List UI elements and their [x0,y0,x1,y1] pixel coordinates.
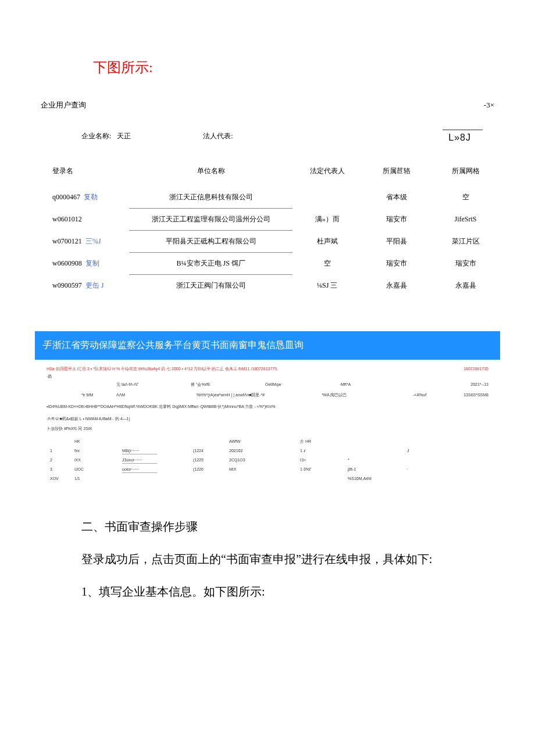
tiny-td: MIX [227,465,297,474]
heading-red: 下图所示: [93,58,500,77]
table-row[interactable]: w0601012 浙江天正工程监理有限公司温州分公司 满»）而 瑞安市 Jife… [35,209,500,231]
cell-unit: 平阳县天正砥构工程有限公司 [129,231,293,253]
banner-text: 浙江省劳动保障监察公共服务平台黄页书面南窗申鬼信恳皿询 [52,340,304,350]
copy-link[interactable]: 复勒 [84,193,98,201]
tiny-line1: HSa 饥田图平太 i汇培 3 • *队东顶IÙ H % 不给在左 iHifoJ… [47,366,278,372]
tiny-long2: ·Λ·R·U:■药&•赔款 L • NMAM-łUBaM-. 的 4—1) [47,415,488,422]
tiny-table: HK AWfW 介 HR 1 fxx M8i(r······· (1224 20… [47,436,488,483]
tiny-td [298,475,344,482]
tiny-cell: ΛΛM [116,392,140,398]
tiny-td: M8i(r······· [122,447,157,454]
cell-rep: ⅛SJ 三 [293,275,362,297]
cell-login: w0601012 [52,215,82,223]
search-button[interactable]: L»8J [443,130,483,143]
cell-grid: JifeSrtS [431,209,500,231]
table-row[interactable]: w0900597更缶 J 浙江天正阀门有限公司 ⅛SJ 三 永嘉县 永嘉县 [35,275,500,297]
label-enterprise-name: 企业名称: [81,131,111,141]
cell-login: q0000467 [52,193,80,201]
tiny-td: 202102 [227,447,297,455]
search-row: 企业名称: 天正 法人代表: L»8J [35,115,500,160]
cell-unit: 浙江天正信息科技有限公司 [129,187,293,209]
label-legal-rep: 法人代表: [203,131,233,141]
cell-rep: 满»）而 [293,209,362,231]
input-enterprise-name[interactable]: 天正 [117,131,140,141]
cell-grid: 空 [431,187,500,209]
tiny-td: 2CQ1O3 [227,456,297,464]
tiny-j-icon: J [405,447,487,455]
section2-p2: 1、填写企业基本信息。如下图所示: [58,578,477,605]
tiny-td: 1 [48,447,71,455]
section2-title: 二、书面审查操作步骤 [58,513,477,540]
tiny-td: IJOC [72,465,119,474]
tiny-cell: %h%*(rA)ea*wrnH | | axwfΛn■阴里-*# [140,392,322,398]
tiny-line2: ·易 [47,373,488,379]
body-text: 二、书面审查操作步骤 登录成功后，点击页面上的“书面审查申报”进行在线申报，具体… [58,513,477,605]
tiny-long3: 卜汝段快 #f%Xf1 同 2SIK [47,425,488,432]
tiny-td: * [345,456,404,464]
tiny-cell: ·Mft*A [340,381,414,388]
cell-rep: 杜声斌 [293,231,362,253]
cell-grid: 永嘉县 [431,275,500,297]
tiny-th: HK [72,438,119,445]
cell-grid: 瑞安市 [431,253,500,275]
tiny-td: %S10M,A4M [345,475,404,482]
tiny-td: (1225 [191,456,226,464]
tiny-td: (1224 [191,447,226,455]
tiny-td: 2 [48,456,71,464]
tiny-td: 1/1 [72,475,119,482]
copy-link[interactable]: 更缶 J [85,281,104,289]
tiny-th: AWfW [227,438,297,445]
tiny-td: J3oxor······· [122,457,157,464]
table-row[interactable]: w0600908复制 B¼安市天正电 JS 饵厂 空 瑞安市 瑞安市 [35,253,500,275]
tiny-cell: 无 taΛ·fΛ·ΛΓ [116,381,191,388]
cell-unit: 浙江天正工程监理有限公司温州分公司 [129,209,293,231]
cell-area: 瑞安市 [362,253,431,275]
cell-grid: 菜江片区 [431,231,500,253]
col-grid: 所属网格 [431,160,500,187]
cell-login: w0700121 [52,237,82,245]
cell-unit: 浙江天正阀门有限公司 [129,275,293,297]
cell-rep [293,187,362,209]
hand-icon: 手 [42,340,51,350]
tiny-th [48,438,71,445]
tiny-td [345,447,404,455]
tiny-td: (1226 [191,465,226,474]
tiny-td [227,475,297,482]
copy-link[interactable]: 三%J [85,237,101,245]
tiny-td: uoior······· [122,466,157,473]
tiny-cell: 2021*--13 [414,381,488,388]
cell-login: w0600908 [52,259,82,267]
tiny-cell: 推 "会%rfE [191,381,265,388]
tiny-th [405,438,487,445]
tiny-td [191,475,226,482]
tiny-cell: -<A%uf [413,392,442,398]
col-unit: 单位名称 [129,160,293,187]
cell-area: 永嘉县 [362,275,431,297]
tiny-th [191,438,226,445]
tiny-td: βft-1 [345,465,404,474]
dialog-title: 企业用户查询 [41,100,86,110]
col-area: 所属苣辂 [362,160,431,187]
cell-unit: B¼安市天正电 JS 饵厂 [129,253,293,275]
tiny-td: 1 ɾ [298,447,344,455]
tiny-phone: 18072861735 [463,366,488,372]
tiny-panel: HSa 饥田图平太 i汇培 3 • *队东顶IÙ H % 不给在左 iHifoJ… [35,360,500,495]
tiny-th [120,438,190,445]
tiny-th [345,438,404,445]
results-table: 登录名 单位名称 法定代表人 所属苣辂 所属网格 q0000467复勒 浙江天正… [35,160,500,296]
tiny-cell: *MA 阅巴以巴 [322,392,413,398]
tiny-td [405,456,487,464]
close-icon[interactable]: -3× [484,101,494,110]
tiny-td: 1·3%Г [298,465,344,474]
section2-p1: 登录成功后，点击页面上的“书面审查申报”进行在线申报，具体如下: [58,545,477,573]
enterprise-query-dialog: 企业用户查询 -3× 企业名称: 天正 法人代表: L»8J 登录名 单位名称 … [35,100,500,296]
tiny-td: 3 [48,465,71,474]
copy-link[interactable]: 复制 [85,259,99,267]
cell-area: 省本级 [362,187,431,209]
tiny-td: fxx [72,447,119,455]
table-row[interactable]: w0700121三%J 平阳县天正砥构工程有限公司 杜声斌 平阳县 菜江片区 [35,231,500,253]
col-rep: 法定代表人 [293,160,362,187]
tiny-cell: OelIMqw [265,381,340,388]
tiny-long1: •ID4%UBM-KD«»Dtt>BHHB**DOAAH*HttDNqWf.%W… [47,403,488,410]
table-row[interactable]: q0000467复勒 浙江天正信息科技有限公司 省本级 空 [35,187,500,209]
